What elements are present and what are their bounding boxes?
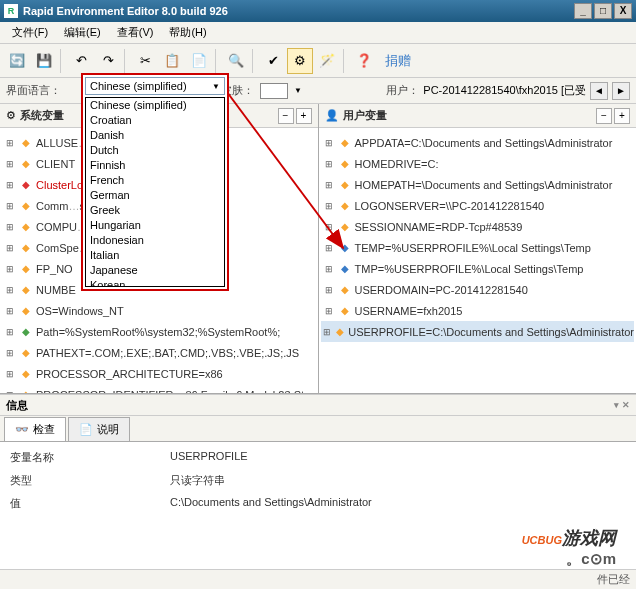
expand-icon[interactable]: ⊞: [323, 201, 335, 211]
expand-icon[interactable]: ⊞: [323, 159, 335, 169]
tree-row[interactable]: ⊞◆LOGONSERVER=\\PC-201412281540: [321, 195, 635, 216]
refresh-button[interactable]: 🔄: [4, 48, 30, 74]
info-tabs: 👓检查 📄说明: [0, 416, 636, 442]
lang-option[interactable]: Finnish: [86, 158, 224, 173]
expand-icon[interactable]: ⊞: [4, 390, 16, 394]
expand-icon[interactable]: ⊞: [323, 138, 335, 148]
var-text: HOMEDRIVE=C:: [355, 158, 439, 170]
expand-icon[interactable]: ⊞: [4, 264, 16, 274]
var-text: APPDATA=C:\Documents and Settings\Admini…: [355, 137, 613, 149]
language-list[interactable]: Chinese (simplified)CroatianDanishDutchF…: [85, 97, 225, 287]
expand-icon[interactable]: ⊞: [4, 222, 16, 232]
expand-icon[interactable]: ⊞: [323, 264, 335, 274]
tree-row[interactable]: ⊞◆USERDOMAIN=PC-201412281540: [321, 279, 635, 300]
lang-option[interactable]: Japanese: [86, 263, 224, 278]
tag-icon: ◆: [19, 346, 33, 360]
undo-button[interactable]: ↶: [68, 48, 94, 74]
minimize-button[interactable]: _: [574, 3, 592, 19]
expand-icon[interactable]: ⊞: [323, 285, 335, 295]
cut-button[interactable]: ✂: [132, 48, 158, 74]
collapse-button[interactable]: −: [596, 108, 612, 124]
info-tools[interactable]: ▾ ✕: [614, 400, 630, 410]
lang-option[interactable]: Croatian: [86, 113, 224, 128]
lang-option[interactable]: Korean: [86, 278, 224, 287]
expand-icon[interactable]: ⊞: [323, 180, 335, 190]
var-text: TEMP=%USERPROFILE%\Local Settings\Temp: [355, 242, 591, 254]
expand-icon[interactable]: ⊞: [323, 306, 335, 316]
user-prev-button[interactable]: ◄: [590, 82, 608, 100]
doc-icon: 📄: [79, 423, 93, 436]
expand-icon[interactable]: ⊞: [4, 369, 16, 379]
tree-row[interactable]: ⊞◆PROCESSOR_ARCHITECTURE=x86: [2, 363, 316, 384]
window-title: Rapid Environment Editor 8.0 build 926: [23, 5, 228, 17]
tag-icon: ◆: [338, 262, 352, 276]
expand-button[interactable]: +: [614, 108, 630, 124]
tag-icon: ◆: [19, 367, 33, 381]
lang-option[interactable]: Chinese (simplified): [86, 98, 224, 113]
find-button[interactable]: 🔍: [223, 48, 249, 74]
tree-row[interactable]: ⊞◆Path=%SystemRoot%\system32;%SystemRoot…: [2, 321, 316, 342]
lang-option[interactable]: Indonesian: [86, 233, 224, 248]
info-type-val: 只读字符串: [170, 473, 225, 488]
lang-option[interactable]: Italian: [86, 248, 224, 263]
statusbar: 件已经: [0, 569, 636, 589]
tag-icon: ◆: [338, 178, 352, 192]
language-selected[interactable]: Chinese (simplified) ▼: [85, 77, 225, 95]
tab-description[interactable]: 📄说明: [68, 417, 130, 441]
tree-row[interactable]: ⊞◆TMP=%USERPROFILE%\Local Settings\Temp: [321, 258, 635, 279]
tab-check[interactable]: 👓检查: [4, 417, 66, 441]
menu-file[interactable]: 文件(F): [4, 23, 56, 42]
expand-icon[interactable]: ⊞: [4, 243, 16, 253]
tree-row[interactable]: ⊞◆OS=Windows_NT: [2, 300, 316, 321]
collapse-button[interactable]: −: [278, 108, 294, 124]
paste-button[interactable]: 📄: [186, 48, 212, 74]
menu-edit[interactable]: 编辑(E): [56, 23, 109, 42]
status-right: 件已经: [597, 572, 630, 587]
expand-icon[interactable]: ⊞: [4, 306, 16, 316]
var-text: PROCESSOR_IDENTIFIER=x86 Family 6 Model …: [36, 389, 304, 394]
lang-option[interactable]: German: [86, 188, 224, 203]
menu-view[interactable]: 查看(V): [109, 23, 162, 42]
save-button[interactable]: 💾: [31, 48, 57, 74]
skin-select[interactable]: [260, 83, 288, 99]
tree-row[interactable]: ⊞◆TEMP=%USERPROFILE%\Local Settings\Temp: [321, 237, 635, 258]
settings-button[interactable]: ⚙: [287, 48, 313, 74]
expand-icon[interactable]: ⊞: [4, 285, 16, 295]
tree-row[interactable]: ⊞◆HOMEDRIVE=C:: [321, 153, 635, 174]
tree-row[interactable]: ⊞◆USERPROFILE=C:\Documents and Settings\…: [321, 321, 635, 342]
lang-option[interactable]: Hungarian: [86, 218, 224, 233]
donate-button[interactable]: 捐赠: [378, 48, 418, 74]
lang-option[interactable]: French: [86, 173, 224, 188]
redo-button[interactable]: ↷: [95, 48, 121, 74]
lang-option[interactable]: Dutch: [86, 143, 224, 158]
tree-row[interactable]: ⊞◆USERNAME=fxh2015: [321, 300, 635, 321]
help-button[interactable]: ❓: [351, 48, 377, 74]
copy-button[interactable]: 📋: [159, 48, 185, 74]
user-next-button[interactable]: ►: [612, 82, 630, 100]
tag-icon: ◆: [338, 241, 352, 255]
lang-option[interactable]: Danish: [86, 128, 224, 143]
close-button[interactable]: X: [614, 3, 632, 19]
wizard-button[interactable]: 🪄: [314, 48, 340, 74]
maximize-button[interactable]: □: [594, 3, 612, 19]
expand-icon[interactable]: ⊞: [4, 159, 16, 169]
expand-icon[interactable]: ⊞: [323, 243, 335, 253]
tree-row[interactable]: ⊞◆HOMEPATH=\Documents and Settings\Admin…: [321, 174, 635, 195]
tree-row[interactable]: ⊞◆PATHEXT=.COM;.EXE;.BAT;.CMD;.VBS;.VBE;…: [2, 342, 316, 363]
expand-icon[interactable]: ⊞: [4, 327, 16, 337]
expand-icon[interactable]: ⊞: [323, 327, 332, 337]
expand-icon[interactable]: ⊞: [4, 348, 16, 358]
check-button[interactable]: ✔: [260, 48, 286, 74]
tree-row[interactable]: ⊞◆SESSIONNAME=RDP-Tcp#48539: [321, 216, 635, 237]
menu-help[interactable]: 帮助(H): [161, 23, 214, 42]
expand-icon[interactable]: ⊞: [4, 138, 16, 148]
user-tree[interactable]: ⊞◆APPDATA=C:\Documents and Settings\Admi…: [319, 128, 637, 393]
expand-icon[interactable]: ⊞: [4, 201, 16, 211]
language-dropdown[interactable]: Chinese (simplified) ▼ Chinese (simplifi…: [81, 73, 229, 291]
tree-row[interactable]: ⊞◆APPDATA=C:\Documents and Settings\Admi…: [321, 132, 635, 153]
expand-icon[interactable]: ⊞: [323, 222, 335, 232]
expand-button[interactable]: +: [296, 108, 312, 124]
tree-row[interactable]: ⊞◆PROCESSOR_IDENTIFIER=x86 Family 6 Mode…: [2, 384, 316, 393]
expand-icon[interactable]: ⊞: [4, 180, 16, 190]
lang-option[interactable]: Greek: [86, 203, 224, 218]
